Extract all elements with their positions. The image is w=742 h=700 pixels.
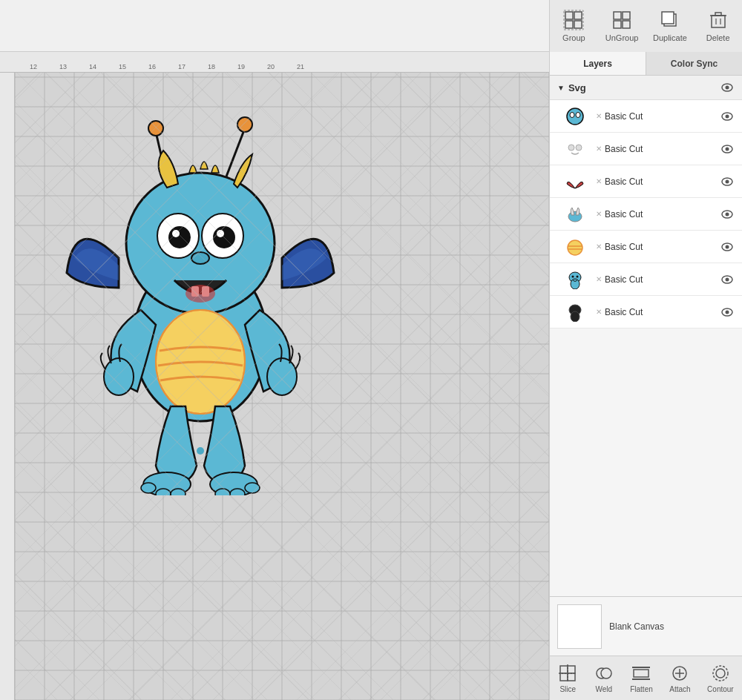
canvas-area[interactable]: 12 13 14 15 16 17 18 19 20 21 bbox=[0, 52, 549, 700]
flatten-icon bbox=[631, 664, 651, 683]
svg-point-57 bbox=[726, 179, 729, 183]
layers-section: ✕ Basic Cut ✕ bbox=[550, 100, 742, 596]
svg-point-83 bbox=[601, 668, 611, 678]
layer-eye-toggle[interactable] bbox=[720, 272, 735, 287]
canvas-paper bbox=[15, 73, 549, 700]
layer-thumb-svg bbox=[565, 237, 585, 257]
eye-icon bbox=[721, 210, 733, 219]
weld-icon bbox=[594, 664, 614, 683]
layer-label: Basic Cut bbox=[605, 274, 720, 285]
layer-item[interactable]: ✕ Basic Cut bbox=[550, 263, 742, 296]
delete-button[interactable]: Delete bbox=[697, 6, 738, 46]
svg-point-55 bbox=[726, 147, 729, 151]
layer-thumbnail bbox=[565, 106, 585, 127]
layer-close-icon[interactable]: ✕ bbox=[593, 306, 605, 318]
svg-point-37 bbox=[141, 483, 156, 493]
svg-point-41 bbox=[245, 483, 260, 493]
svg-rect-11 bbox=[712, 16, 725, 27]
group-button[interactable]: Group bbox=[554, 6, 594, 46]
eye-icon bbox=[721, 83, 733, 92]
ungroup-button[interactable]: UnGroup bbox=[602, 6, 643, 46]
layer-close-icon[interactable]: ✕ bbox=[593, 274, 605, 285]
svg-rect-8 bbox=[623, 21, 630, 28]
layer-close-icon[interactable]: ✕ bbox=[593, 176, 605, 188]
layer-item[interactable]: ✕ Basic Cut bbox=[550, 296, 742, 328]
layer-item[interactable]: ✕ Basic Cut bbox=[550, 165, 742, 198]
layer-label: Basic Cut bbox=[605, 307, 720, 317]
layer-item[interactable]: ✕ Basic Cut bbox=[550, 100, 742, 133]
svg-point-27 bbox=[217, 230, 224, 237]
layer-thumbnail bbox=[565, 171, 585, 192]
blank-canvas-thumbnail bbox=[557, 604, 602, 649]
svg-point-38 bbox=[156, 489, 171, 495]
contour-button[interactable]: Contour bbox=[707, 664, 734, 693]
layer-eye-toggle[interactable] bbox=[720, 109, 735, 124]
layer-label: Basic Cut bbox=[605, 242, 720, 252]
svg-point-52 bbox=[568, 145, 574, 151]
blank-canvas-label: Blank Canvas bbox=[609, 621, 664, 632]
layer-label: Basic Cut bbox=[605, 144, 720, 154]
svg-point-73 bbox=[571, 311, 580, 322]
svg-point-26 bbox=[172, 230, 180, 237]
svg-point-58 bbox=[568, 211, 582, 222]
svg-point-31 bbox=[186, 285, 215, 303]
svg-group-header[interactable]: ▼ Svg bbox=[550, 76, 742, 100]
flatten-button[interactable]: Flatten bbox=[630, 664, 653, 693]
svg-rect-0 bbox=[565, 12, 573, 19]
bottom-toolbar: Slice Weld Flatten bbox=[550, 656, 742, 700]
svg-group-name: Svg bbox=[568, 82, 586, 93]
attach-button[interactable]: Attach bbox=[669, 664, 690, 693]
collapse-arrow-icon: ▼ bbox=[557, 84, 565, 92]
group-label: Group bbox=[562, 33, 585, 42]
svg-point-35 bbox=[267, 358, 297, 395]
svg-point-33 bbox=[156, 310, 245, 414]
tab-layers[interactable]: Layers bbox=[550, 52, 646, 75]
svg-point-60 bbox=[726, 212, 729, 216]
duplicate-button[interactable]: Duplicate bbox=[649, 6, 690, 46]
layer-eye-toggle[interactable] bbox=[720, 174, 735, 189]
layer-thumb-svg bbox=[565, 303, 585, 322]
weld-button[interactable]: Weld bbox=[594, 664, 614, 693]
flatten-label: Flatten bbox=[630, 685, 653, 693]
layer-eye-toggle[interactable] bbox=[720, 142, 735, 156]
svg-rect-6 bbox=[623, 12, 630, 19]
weld-label: Weld bbox=[595, 685, 612, 693]
monster-svg bbox=[52, 88, 349, 495]
layer-label: Basic Cut bbox=[605, 176, 720, 187]
svg-eye-icon[interactable] bbox=[720, 80, 735, 95]
svg-point-53 bbox=[576, 145, 582, 151]
delete-icon bbox=[708, 10, 729, 30]
layer-eye-toggle[interactable] bbox=[720, 305, 735, 320]
delete-label: Delete bbox=[706, 33, 730, 42]
eye-icon bbox=[721, 242, 733, 251]
layer-thumb-svg bbox=[565, 205, 585, 224]
monster-illustration bbox=[52, 88, 482, 666]
svg-point-69 bbox=[577, 275, 579, 277]
layer-item[interactable]: ✕ Basic Cut bbox=[550, 198, 742, 231]
svg-rect-5 bbox=[614, 12, 621, 19]
ruler-mark: 20 bbox=[256, 63, 286, 72]
tab-color-sync[interactable]: Color Sync bbox=[646, 52, 742, 75]
layer-label: Basic Cut bbox=[605, 209, 720, 219]
layer-eye-toggle[interactable] bbox=[720, 207, 735, 222]
layer-close-icon[interactable]: ✕ bbox=[593, 143, 605, 155]
eye-icon bbox=[721, 177, 733, 186]
layer-thumbnail bbox=[565, 302, 585, 323]
layer-eye-toggle[interactable] bbox=[720, 240, 735, 254]
ruler-mark: 12 bbox=[19, 63, 48, 72]
svg-rect-78 bbox=[560, 673, 568, 681]
svg-point-75 bbox=[726, 310, 729, 314]
svg-point-48 bbox=[570, 112, 574, 117]
ruler-top: 12 13 14 15 16 17 18 19 20 21 bbox=[0, 52, 549, 73]
layer-item[interactable]: ✕ Basic Cut bbox=[550, 231, 742, 263]
eye-icon bbox=[721, 308, 733, 317]
layer-close-icon[interactable]: ✕ bbox=[593, 241, 605, 253]
svg-point-34 bbox=[104, 358, 134, 395]
duplicate-icon bbox=[660, 10, 680, 30]
slice-button[interactable]: Slice bbox=[558, 664, 577, 693]
svg-point-46 bbox=[726, 86, 729, 90]
layer-item[interactable]: ✕ Basic Cut bbox=[550, 133, 742, 165]
svg-point-23 bbox=[202, 214, 243, 258]
layer-close-icon[interactable]: ✕ bbox=[593, 110, 605, 122]
layer-close-icon[interactable]: ✕ bbox=[593, 208, 605, 220]
